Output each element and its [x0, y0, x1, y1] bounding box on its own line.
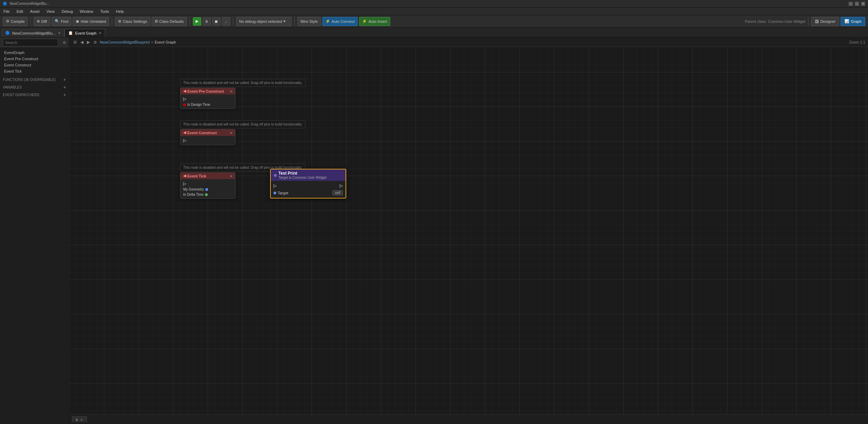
menu-edit[interactable]: Edit	[15, 9, 25, 14]
compile-button[interactable]: ⚙ Compile	[3, 17, 28, 26]
geometry-pin[interactable]: My Geometry	[183, 187, 232, 192]
event-graph-tab[interactable]: 📋 Event Graph ✕	[64, 29, 105, 37]
sidebar-item-event-pre-construct[interactable]: Event Pre Construct	[0, 56, 69, 62]
sidebar-item-event-graph[interactable]: EventGraph	[0, 49, 69, 56]
debug-object-dropdown[interactable]: No debug object selected ▾	[236, 17, 292, 26]
breadcrumb-blueprint-link[interactable]: NewCommonWidgetBlueprint	[100, 40, 150, 44]
toolbar-divider-6	[808, 17, 808, 26]
find-icon: 🔍	[55, 19, 60, 24]
play-button[interactable]: ▶	[193, 17, 201, 26]
graph-view-button[interactable]: 📊 Graph	[841, 17, 865, 26]
auto-insert-icon: ⚡	[362, 19, 367, 24]
breadcrumb-current: Event Graph	[155, 40, 176, 44]
test-print-node[interactable]: ⊕ Test Print Target is Common User Widge…	[270, 169, 346, 199]
test-print-header: ⊕ Test Print Target is Common User Widge…	[271, 169, 346, 181]
menu-file[interactable]: File	[2, 9, 11, 14]
bottom-tab-close[interactable]: ✕	[80, 418, 83, 422]
zoom-level: Zoom 1:1	[849, 40, 865, 44]
wire-style-button[interactable]: Wire Style	[297, 17, 321, 26]
event-construct-body: ▷	[180, 136, 235, 145]
close-button[interactable]: ✕	[861, 2, 865, 6]
blueprint-tab-close[interactable]: ✕	[58, 31, 61, 35]
self-badge: self	[332, 190, 343, 195]
event-tick-collapse[interactable]: ×	[230, 174, 232, 178]
sidebar-header: ⚙	[0, 37, 69, 48]
tick-exec-out-pin[interactable]: ▷	[183, 181, 232, 187]
delta-time-pin[interactable]: In Delta Time	[183, 192, 232, 197]
minimize-button[interactable]: ─	[849, 2, 853, 6]
test-print-subtitle: Target is Common User Widget	[278, 176, 326, 179]
construct-exec-out-pin[interactable]: ▷	[183, 137, 232, 144]
bottom-tab-s[interactable]: s ✕	[72, 416, 87, 422]
add-variable-button[interactable]: +	[63, 84, 66, 90]
add-function-button[interactable]: +	[63, 77, 66, 82]
chevron-down-icon: ▾	[284, 19, 286, 24]
auto-insert-button[interactable]: ⚡ Auto Insert	[359, 17, 390, 26]
find-button[interactable]: 🔍 Find	[52, 17, 71, 26]
sidebar-section-dispatchers[interactable]: EVENT DISPATCHERS +	[0, 91, 69, 99]
event-tick-header: ◀ Event Tick ×	[180, 173, 235, 179]
event-graph-tab-close[interactable]: ✕	[99, 31, 101, 35]
sidebar-section-functions[interactable]: FUNCTIONS (36 OVERRIDABLE) +	[0, 76, 69, 83]
auto-connect-button[interactable]: ⚡ Auto Connect	[322, 17, 358, 26]
graph-icon: 📊	[844, 19, 849, 24]
pause-button[interactable]: ⏸	[203, 17, 211, 26]
title-bar: 🔵 NewCommonWidgetBlu... ─ □ ✕	[0, 0, 868, 8]
event-construct-node: This node is disabled and will not be ca…	[180, 120, 305, 129]
toolbar-divider-4	[233, 17, 233, 26]
search-settings-icon[interactable]: ⚙	[63, 40, 66, 45]
event-tick-body: ▷ My Geometry In Delta Time	[180, 179, 235, 199]
class-defaults-icon: ⊞	[155, 19, 158, 24]
class-settings-button[interactable]: ⊞ Class Settings	[115, 17, 150, 26]
hide-unrelated-button[interactable]: ◉ Hide Unrelated	[73, 17, 109, 26]
sidebar-item-event-construct[interactable]: Event Construct	[0, 62, 69, 68]
event-pre-construct-body: ▷ Is Design Time	[180, 94, 235, 109]
delta-pin-icon	[205, 193, 208, 196]
graph-area[interactable]: ⊞ ◀ ▶ ⊕ NewCommonWidgetBlueprint > Event…	[69, 37, 868, 424]
menu-debug[interactable]: Debug	[60, 9, 74, 14]
menu-window[interactable]: Window	[78, 9, 95, 14]
menu-help[interactable]: Help	[115, 9, 125, 14]
sidebar-section-variables[interactable]: VARIABLES +	[0, 83, 69, 91]
event-pre-construct-collapse[interactable]: ×	[230, 89, 232, 93]
event-construct-arrow: ◀	[183, 130, 186, 135]
search-input[interactable]	[3, 39, 58, 46]
construct-exec-icon: ▷	[183, 138, 186, 143]
class-defaults-button[interactable]: ⊞ Class Defaults	[152, 17, 187, 26]
tab-bar: 🔵 NewCommonWidgetBlu... ✕ 📋 Event Graph …	[0, 28, 868, 37]
menu-bar: File Edit Asset View Debug Window Tools …	[0, 8, 868, 15]
menu-view[interactable]: View	[45, 9, 56, 14]
toolbar-divider-2	[112, 17, 112, 26]
test-print-exec-out[interactable]: ▷	[340, 183, 343, 188]
blueprint-tab[interactable]: 🔵 NewCommonWidgetBlu... ✕	[1, 29, 64, 37]
bottom-panel: s ✕	[69, 414, 868, 424]
event-pre-construct-arrow: ◀	[183, 89, 186, 93]
exec-out-pin[interactable]: ▷	[183, 96, 232, 102]
disabled-banner-pre-construct: This node is disabled and will not be ca…	[180, 79, 305, 87]
design-time-pin[interactable]: Is Design Time	[183, 102, 232, 107]
parent-class-label: Parent class: Common User Widget	[745, 19, 806, 24]
auto-connect-icon: ⚡	[325, 19, 330, 24]
test-print-exec-in[interactable]: ▷	[274, 183, 277, 188]
nav-forward-button[interactable]: ▶	[86, 39, 91, 45]
designer-icon: 🖼	[815, 19, 819, 24]
event-graph-tab-icon: 📋	[68, 31, 73, 35]
hide-unrelated-icon: ◉	[76, 19, 79, 24]
step-button[interactable]: ↓	[222, 17, 230, 26]
stop-button[interactable]: ⏹	[212, 17, 221, 26]
designer-view-button[interactable]: 🖼 Designer	[811, 17, 839, 26]
diff-button[interactable]: ⊕ Diff	[34, 17, 50, 26]
menu-tools[interactable]: Tools	[99, 9, 110, 14]
maximize-button[interactable]: □	[855, 2, 859, 6]
nav-back-button[interactable]: ◀	[79, 39, 85, 45]
nav-home-button[interactable]: ⊕	[92, 39, 98, 45]
test-print-title: Test Print	[278, 171, 326, 176]
sidebar-item-event-tick[interactable]: Event Tick	[0, 68, 69, 74]
main-toolbar: ⚙ Compile ⊕ Diff 🔍 Find ◉ Hide Unrelated…	[0, 15, 868, 28]
add-dispatcher-button[interactable]: +	[63, 92, 66, 98]
event-tick-arrow: ◀	[183, 174, 186, 178]
nav-grid-button[interactable]: ⊞	[72, 39, 78, 45]
event-construct-collapse[interactable]: ×	[230, 131, 232, 135]
app-icon: 🔵	[3, 2, 7, 6]
menu-asset[interactable]: Asset	[29, 9, 41, 14]
